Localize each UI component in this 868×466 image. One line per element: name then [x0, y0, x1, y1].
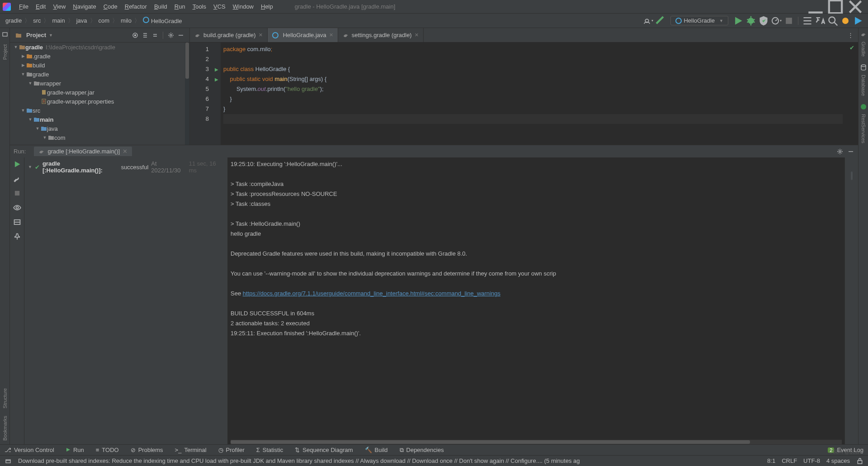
debug-button[interactable] — [745, 15, 756, 26]
breadcrumb-item[interactable]: src — [31, 16, 42, 25]
restservices-tab[interactable]: RestServices — [861, 110, 866, 147]
file-encoding[interactable]: UTF-8 — [803, 457, 820, 464]
pin-icon[interactable] — [13, 233, 21, 241]
menu-help[interactable]: Help — [257, 1, 277, 12]
layout-icon[interactable] — [13, 218, 21, 226]
bottom-tab-sequence-diagram[interactable]: ⇅Sequence Diagram — [295, 447, 353, 453]
tree-item[interactable]: gradle-wrapper.jar — [10, 88, 189, 97]
hide-icon[interactable] — [177, 32, 184, 39]
stop-button[interactable] — [783, 15, 794, 26]
minimize-button[interactable] — [806, 0, 826, 14]
close-icon[interactable]: ✕ — [415, 32, 419, 38]
caret-position[interactable]: 8:1 — [767, 457, 775, 464]
menu-code[interactable]: Code — [100, 1, 121, 12]
editor-tab[interactable]: settings.gradle (gradle)✕ — [338, 28, 424, 42]
database-tool-icon[interactable] — [860, 64, 867, 71]
project-tool-icon[interactable] — [1, 31, 9, 38]
ide-features-icon[interactable] — [840, 15, 851, 26]
tree-item[interactable]: ▼ main — [10, 115, 189, 124]
menu-vcs[interactable]: VCS — [210, 1, 229, 12]
tree-item[interactable]: gradle-wrapper.properties — [10, 97, 189, 106]
breadcrumb-item[interactable]: gradle — [4, 16, 24, 25]
database-tab[interactable]: Database — [861, 71, 866, 100]
expand-all-icon[interactable] — [142, 32, 149, 39]
menu-refactor[interactable]: Refactor — [121, 1, 151, 12]
menu-view[interactable]: View — [49, 1, 69, 12]
settings-icon[interactable] — [167, 32, 175, 39]
bottom-tab-version-control[interactable]: ⎇Version Control — [5, 447, 54, 453]
menu-edit[interactable]: Edit — [32, 1, 49, 12]
bottom-tab-statistic[interactable]: ΣStatistic — [256, 447, 283, 453]
maximize-button[interactable] — [826, 0, 845, 14]
chevron-down-icon[interactable]: ▼ — [49, 33, 53, 38]
add-configuration-icon[interactable]: ▾ — [642, 15, 653, 26]
tree-item[interactable]: ▶ .gradle — [10, 52, 189, 61]
stop-icon[interactable] — [13, 189, 21, 197]
code-area[interactable]: package com.milo; public class HelloGrad… — [221, 43, 845, 145]
bottom-tab-todo[interactable]: ≡TODO — [96, 447, 119, 453]
editor-tab[interactable]: build.gradle (gradle)✕ — [190, 28, 268, 42]
tree-item[interactable]: ▼ gradle — [10, 70, 189, 79]
scroll-to-end-icon[interactable] — [851, 171, 853, 180]
breadcrumb-item[interactable]: milo — [119, 16, 133, 25]
tree-item[interactable]: ▼ wrapper — [10, 79, 189, 88]
scrollbar[interactable] — [231, 440, 842, 444]
gradle-tool-icon[interactable] — [860, 31, 867, 38]
tree-item[interactable]: ▼ src — [10, 106, 189, 115]
wrench-icon[interactable] — [13, 175, 21, 183]
rerun-icon[interactable] — [13, 160, 21, 168]
tree-item[interactable]: ▼ milo — [10, 142, 189, 145]
bookmarks-tab[interactable]: Bookmarks — [2, 412, 8, 444]
profile-button[interactable]: ▾ — [771, 15, 782, 26]
tree-root[interactable]: ▼ gradleI:\IdeaProjects\csdn\gradle — [10, 43, 189, 52]
breadcrumb-item[interactable]: java — [75, 16, 89, 25]
tree-item[interactable]: ▼ com — [10, 133, 189, 142]
run-config-selector[interactable]: HelloGradle ▼ — [670, 16, 728, 25]
run-button[interactable] — [733, 15, 744, 26]
search-everywhere-icon[interactable] — [827, 15, 838, 26]
close-icon[interactable]: ✕ — [259, 32, 263, 38]
bottom-tab-build[interactable]: 🔨Build — [365, 447, 388, 453]
close-icon[interactable]: ✕ — [329, 32, 333, 38]
tree-item[interactable]: ▼ java — [10, 124, 189, 133]
run-settings-icon[interactable] — [836, 148, 844, 155]
bottom-tab-run[interactable]: Run — [66, 447, 84, 453]
menu-file[interactable]: File — [15, 1, 32, 12]
rest-tool-icon[interactable] — [860, 103, 867, 110]
ai-translate-icon[interactable] — [815, 15, 826, 26]
indent-status[interactable]: 4 spaces — [826, 457, 850, 464]
breadcrumb-item[interactable]: HelloGradle — [141, 16, 184, 25]
menu-window[interactable]: Window — [229, 1, 257, 12]
show-icon[interactable] — [13, 204, 21, 212]
code-with-me-icon[interactable] — [853, 15, 863, 26]
line-separator[interactable]: CRLF — [782, 457, 797, 464]
breadcrumb-item[interactable]: main — [50, 16, 66, 25]
menu-run[interactable]: Run — [171, 1, 189, 12]
close-icon[interactable]: ✕ — [123, 148, 127, 155]
gradle-tab[interactable]: Gradle — [861, 38, 866, 60]
collapse-all-icon[interactable] — [151, 32, 159, 39]
hide-icon[interactable] — [847, 148, 854, 155]
bottom-tab-profiler[interactable]: ◷Profiler — [218, 447, 245, 453]
doc-link[interactable]: https://docs.gradle.org/7.1.1/userguide/… — [243, 290, 500, 297]
select-opened-file-icon[interactable] — [132, 32, 139, 39]
console-output[interactable]: 19:25:10: Executing ':HelloGradle.main()… — [228, 157, 844, 444]
project-tree[interactable]: ▼ gradleI:\IdeaProjects\csdn\gradle▶ .gr… — [10, 43, 189, 145]
tree-item[interactable]: ▶ build — [10, 61, 189, 70]
run-task-tree[interactable]: ▼ ✔ gradle [:HelloGradle.main()]: succes… — [24, 157, 228, 444]
structure-tab[interactable]: Structure — [2, 385, 8, 412]
more-tabs-icon[interactable]: ⋮ — [843, 28, 858, 42]
close-button[interactable] — [845, 0, 865, 14]
scrollbar[interactable] — [185, 43, 189, 145]
run-tab[interactable]: gradle [:HelloGradle.main()] ✕ — [34, 147, 132, 156]
bottom-tab-problems[interactable]: ⊘Problems — [131, 447, 163, 453]
bottom-tab-terminal[interactable]: >_Terminal — [175, 447, 207, 453]
menu-navigate[interactable]: Navigate — [69, 1, 99, 12]
bottom-tab-dependencies[interactable]: ⧉Dependencies — [400, 447, 444, 454]
project-tab[interactable]: Project — [2, 41, 8, 63]
update-project-icon[interactable] — [802, 15, 813, 26]
breadcrumb-item[interactable]: com — [97, 16, 112, 25]
menu-tools[interactable]: Tools — [189, 1, 210, 12]
editor-tab[interactable]: HelloGradle.java✕ — [268, 28, 338, 42]
background-tasks-icon[interactable] — [5, 457, 12, 465]
